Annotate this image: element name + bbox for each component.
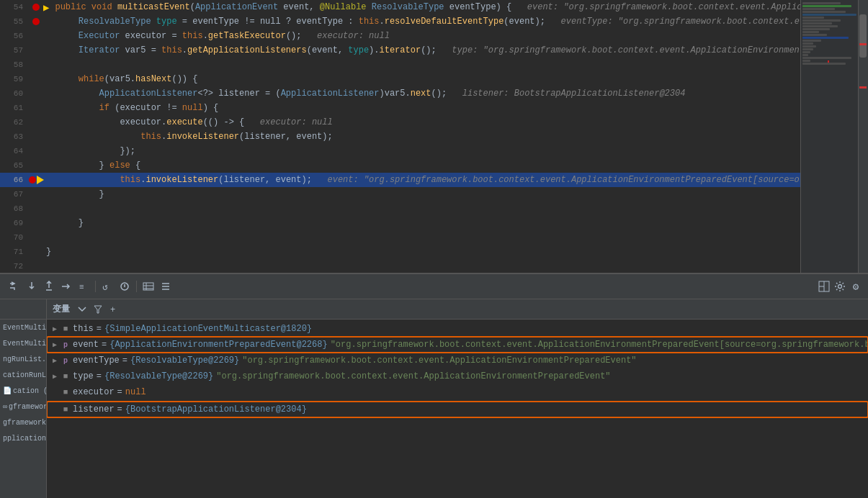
table-row[interactable]: 57 Iterator var5 = this.getApplicationLi… (0, 43, 868, 58)
table-row[interactable]: 54 ▶ public void multicastEvent(Applicat… (0, 0, 868, 14)
var-row-type[interactable]: ▶ ■ type = {ResolvableType@2269} "org.sp… (47, 368, 868, 384)
line-content: } (43, 218, 868, 228)
var-row-eventtype[interactable]: ▶ p eventType = {ResolvableType@2269} "o… (47, 353, 868, 368)
var-value-type: {ResolvableType@2269} (104, 371, 213, 381)
var-name-executor: executor (73, 387, 115, 397)
variables-list: ▶ ■ this = {SimpleApplicationEventMultic… (47, 320, 868, 419)
var-icon-executor: ■ (60, 388, 71, 397)
var-equals-eventtype: = (122, 356, 127, 366)
svg-marker-15 (94, 306, 102, 313)
run-to-cursor-button[interactable] (59, 279, 73, 294)
table-row[interactable]: 60 ApplicationListener<?> listener = (Ap… (0, 86, 868, 101)
table-row[interactable]: 58 (0, 58, 868, 72)
line-content: } (43, 189, 868, 199)
table-row[interactable]: 62 executor.execute(() -> { executor: nu… (0, 115, 868, 130)
step-out-button[interactable] (42, 279, 56, 294)
toolbar-separator-2 (136, 281, 137, 292)
line-content: ResolvableType type = eventType != null … (43, 17, 868, 27)
line-number: 58 (0, 60, 29, 69)
step-back-button[interactable]: ↺ (100, 279, 115, 294)
restore-layout-button[interactable] (818, 280, 831, 293)
var-expand-listener[interactable]: ▶ (50, 405, 60, 414)
var-expand-type[interactable]: ▶ (50, 372, 60, 381)
var-equals-type: = (97, 371, 102, 381)
line-content: executor.execute(() -> { executor: null (43, 117, 868, 127)
breakpoint-icon[interactable] (32, 4, 40, 11)
table-row[interactable]: 65 } else { (0, 158, 868, 173)
var-icon-eventtype: p (60, 357, 71, 365)
table-row[interactable]: 71 } (0, 245, 868, 259)
var-equals-this: = (97, 324, 102, 334)
sidebar-item-5[interactable]: 📄 cation (org. (0, 383, 46, 399)
table-row[interactable]: 67 } (0, 187, 868, 202)
line-content: } else { (43, 160, 868, 171)
scrollbar-thumb[interactable] (859, 14, 867, 58)
settings-button[interactable] (833, 280, 846, 293)
variables-panel: EventMultic... EventMultic... ngRunList.… (0, 299, 868, 498)
minimap (800, 0, 858, 273)
line-number: 59 (0, 75, 29, 83)
step-over-button[interactable] (7, 279, 22, 294)
editor-scrollbar[interactable] (858, 0, 868, 273)
step-into-button[interactable] (24, 279, 39, 294)
add-variable-button[interactable]: + (107, 303, 120, 316)
line-number: 68 (0, 204, 29, 213)
sidebar-item-1[interactable]: EventMultic... (0, 320, 46, 335)
line-number: 64 (0, 147, 29, 155)
sidebar-label-8: pplication (c (3, 435, 46, 443)
filter-variables-button[interactable] (91, 303, 104, 316)
var-expand-event[interactable]: ▶ (50, 340, 60, 349)
var-expand-this[interactable]: ▶ (50, 325, 60, 333)
sidebar-item-3[interactable]: ngRunList... (0, 351, 46, 367)
sidebar-item-4[interactable]: cationRunL... (0, 367, 46, 383)
var-extra-eventtype: "org.springframework.boot.context.event.… (242, 356, 636, 366)
var-name-eventtype: eventType (73, 356, 120, 366)
ide-container: 54 ▶ public void multicastEvent(Applicat… (0, 0, 868, 498)
sidebar-item-2[interactable]: EventMultic... (0, 335, 46, 351)
table-row[interactable]: 68 (0, 202, 868, 216)
table-row[interactable]: 55 ResolvableType type = eventType != nu… (0, 14, 868, 29)
list-view-button[interactable] (158, 279, 173, 294)
line-content: this.invokeListener(listener, event); (43, 132, 868, 142)
var-expand-executor[interactable]: ▶ (50, 388, 60, 397)
var-value-event: {ApplicationEnvironmentPreparedEvent@226… (109, 340, 327, 350)
evaluate-button[interactable]: ≡ (76, 279, 91, 294)
var-equals-listener: = (117, 404, 122, 415)
sidebar-item-7[interactable]: gframework. (0, 415, 46, 430)
line-content: Executor executor = this.getTaskExecutor… (43, 31, 868, 41)
table-row[interactable]: 56 Executor executor = this.getTaskExecu… (0, 29, 868, 43)
var-row-event[interactable]: ▶ p event = {ApplicationEnvironmentPrepa… (47, 337, 868, 353)
table-row[interactable]: 59 while(var5.hasNext()) { (0, 72, 868, 86)
var-row-executor[interactable]: ▶ ■ executor = null (47, 384, 868, 400)
breakpoint-icon[interactable] (32, 18, 40, 25)
settings-gear-button[interactable]: ⚙ (849, 280, 862, 293)
table-row[interactable]: 63 this.invokeListener(listener, event); (0, 130, 868, 144)
sidebar-item-8[interactable]: pplication (c (0, 430, 46, 446)
line-content: public void multicastEvent(ApplicationEv… (52, 2, 868, 12)
var-expand-eventtype[interactable]: ▶ (50, 356, 60, 365)
line-number: 61 (0, 104, 29, 112)
variables-content: 变量 + (47, 299, 868, 498)
line-number: 66 (0, 176, 29, 184)
table-row[interactable]: 64 }); (0, 144, 868, 158)
table-row[interactable]: 66 this.invokeListener(listener, event);… (0, 173, 868, 187)
view-breakpoints-button[interactable] (117, 279, 132, 294)
collapse-all-button[interactable] (76, 303, 89, 316)
code-editor[interactable]: 54 ▶ public void multicastEvent(Applicat… (0, 0, 868, 273)
var-row-this[interactable]: ▶ ■ this = {SimpleApplicationEventMultic… (47, 321, 868, 337)
var-value-executor: null (125, 387, 146, 397)
var-equals-event: = (102, 340, 107, 350)
line-number: 72 (0, 262, 29, 271)
line-content: Iterator var5 = this.getApplicationListe… (43, 45, 868, 55)
table-row[interactable]: 61 if (executor != null) { (0, 101, 868, 115)
table-row[interactable]: 72 (0, 259, 868, 273)
table-view-button[interactable] (141, 279, 156, 294)
sidebar-item-6[interactable]: ∞ gframework. (0, 399, 46, 415)
code-arrow-icon: ▶ (43, 1, 49, 14)
table-row[interactable]: 69 } (0, 216, 868, 230)
table-row[interactable]: 70 (0, 230, 868, 245)
sidebar-header (0, 299, 46, 320)
var-name-event: event (73, 340, 99, 350)
line-number: 65 (0, 161, 29, 170)
var-row-listener[interactable]: ▶ ■ listener = {BootstrapApplicationList… (47, 402, 868, 417)
